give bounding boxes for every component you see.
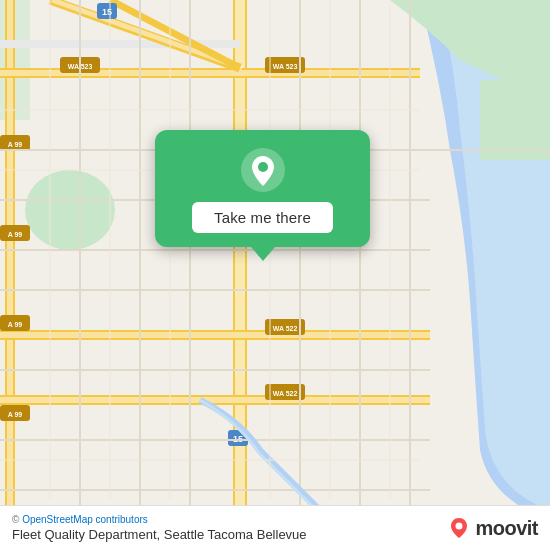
moovit-pin-icon	[448, 517, 470, 539]
osm-credit: © OpenStreetMap contributors	[12, 514, 307, 525]
osm-link[interactable]: OpenStreetMap contributors	[22, 514, 148, 525]
take-me-there-button[interactable]: Take me there	[192, 202, 333, 233]
svg-point-65	[456, 523, 463, 530]
moovit-logo: moovit	[448, 517, 538, 540]
svg-text:A 99: A 99	[8, 321, 23, 328]
svg-rect-3	[480, 80, 550, 160]
svg-text:A 99: A 99	[8, 411, 23, 418]
svg-text:A 99: A 99	[8, 141, 23, 148]
svg-text:15: 15	[102, 7, 112, 17]
location-pin-icon	[241, 148, 285, 192]
svg-text:WA 523: WA 523	[273, 63, 298, 70]
copyright-symbol: ©	[12, 514, 19, 525]
svg-text:WA 522: WA 522	[273, 325, 298, 332]
svg-text:WA 522: WA 522	[273, 390, 298, 397]
svg-rect-14	[0, 397, 430, 403]
map-container: 15 15 15 A 99 A 99 A 99 A 99 WA 523 WA 5…	[0, 0, 550, 550]
location-name: Fleet Quality Department, Seattle Tacoma…	[12, 527, 307, 542]
bottom-left-info: © OpenStreetMap contributors Fleet Quali…	[12, 514, 307, 542]
svg-point-1	[25, 170, 115, 250]
map-svg: 15 15 15 A 99 A 99 A 99 A 99 WA 523 WA 5…	[0, 0, 550, 550]
popup-card: Take me there	[155, 130, 370, 247]
svg-point-64	[258, 162, 268, 172]
svg-text:A 99: A 99	[8, 231, 23, 238]
bottom-bar: © OpenStreetMap contributors Fleet Quali…	[0, 505, 550, 550]
svg-rect-12	[0, 332, 430, 338]
svg-rect-5	[235, 0, 245, 550]
moovit-brand-text: moovit	[475, 517, 538, 540]
svg-rect-7	[7, 0, 13, 550]
